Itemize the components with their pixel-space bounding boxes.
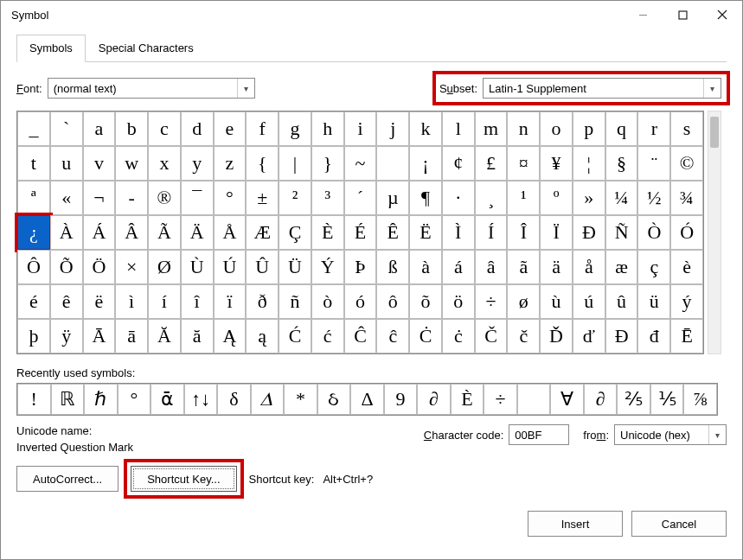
- symbol-cell[interactable]: y: [181, 146, 214, 181]
- symbol-cell[interactable]: Í: [475, 215, 508, 250]
- symbol-cell[interactable]: h: [311, 111, 344, 146]
- symbol-cell[interactable]: å: [573, 250, 605, 284]
- subset-combo[interactable]: Latin-1 Supplement ▾: [483, 78, 721, 99]
- symbol-cell[interactable]: þ: [17, 319, 50, 353]
- recent-symbol-cell[interactable]: ઠ: [317, 384, 351, 415]
- symbol-cell[interactable]: ø: [507, 284, 540, 319]
- symbol-cell[interactable]: Ď: [540, 319, 573, 353]
- symbol-cell[interactable]: ¬: [83, 181, 116, 215]
- symbol-cell[interactable]: ²: [279, 181, 311, 215]
- symbol-cell[interactable]: m: [475, 111, 508, 146]
- symbol-cell[interactable]: ¼: [605, 181, 638, 215]
- scrollbar-thumb[interactable]: [710, 117, 719, 148]
- symbol-cell[interactable]: `: [50, 111, 83, 146]
- symbol-cell[interactable]: Ü: [279, 250, 311, 284]
- symbol-cell[interactable]: ¡: [409, 146, 442, 181]
- symbol-cell[interactable]: õ: [409, 284, 442, 319]
- cancel-button[interactable]: Cancel: [631, 511, 727, 537]
- symbol-cell[interactable]: ó: [344, 284, 377, 319]
- symbol-cell[interactable]: c: [148, 111, 181, 146]
- recent-symbol-cell[interactable]: °: [118, 384, 151, 415]
- symbol-cell[interactable]: Ç: [279, 215, 311, 250]
- symbol-cell[interactable]: ą: [246, 319, 279, 353]
- recent-symbol-cell[interactable]: ∂: [417, 384, 451, 415]
- symbol-cell[interactable]: ö: [442, 284, 475, 319]
- insert-button[interactable]: Insert: [528, 511, 623, 537]
- symbol-cell[interactable]: ß: [376, 250, 409, 284]
- symbol-cell[interactable]: é: [17, 284, 50, 319]
- symbol-cell[interactable]: ½: [637, 181, 670, 215]
- recent-symbol-cell[interactable]: 9: [384, 384, 418, 415]
- symbol-cell[interactable]: ¨: [637, 146, 670, 181]
- charcode-input[interactable]: [509, 424, 569, 445]
- symbol-cell[interactable]: ï: [214, 284, 247, 319]
- symbol-cell[interactable]: t: [17, 146, 50, 181]
- symbol-cell[interactable]: Č: [475, 319, 508, 353]
- symbol-cell[interactable]: á: [442, 250, 475, 284]
- symbol-cell[interactable]: ä: [540, 250, 573, 284]
- recent-symbols-grid[interactable]: !ℝℏ°ᾱ↑↓δ𝛥*ઠΔ9∂È÷∀∂⅖⅕⅞: [16, 383, 718, 416]
- symbol-cell[interactable]: Æ: [246, 215, 279, 250]
- symbol-cell[interactable]: ¸: [475, 181, 508, 215]
- recent-symbol-cell[interactable]: 𝛥: [251, 384, 285, 415]
- symbol-cell[interactable]: À: [50, 215, 83, 250]
- symbol-cell[interactable]: °: [214, 181, 247, 215]
- symbol-cell[interactable]: Ý: [311, 250, 344, 284]
- symbol-cell[interactable]: a: [83, 111, 116, 146]
- symbol-cell[interactable]: -: [115, 181, 148, 215]
- symbol-cell[interactable]: ñ: [279, 284, 311, 319]
- symbol-cell[interactable]: ý: [670, 284, 703, 319]
- symbol-cell[interactable]: Î: [507, 215, 540, 250]
- symbol-cell[interactable]: ÷: [475, 284, 508, 319]
- recent-symbol-cell[interactable]: ⅖: [617, 384, 650, 415]
- symbol-cell[interactable]: Ć: [279, 319, 311, 353]
- symbol-cell[interactable]: ë: [83, 284, 116, 319]
- symbol-cell[interactable]: «: [50, 181, 83, 215]
- symbol-cell[interactable]: e: [214, 111, 247, 146]
- recent-symbol-cell[interactable]: [517, 384, 551, 415]
- symbol-cell[interactable]: ç: [637, 250, 670, 284]
- symbol-cell[interactable]: r: [637, 111, 670, 146]
- symbol-cell[interactable]: Ú: [214, 250, 247, 284]
- symbol-cell[interactable]: l: [442, 111, 475, 146]
- symbol-cell[interactable]: ©: [670, 146, 703, 181]
- tab-special-characters[interactable]: Special Characters: [86, 35, 207, 62]
- symbol-cell[interactable]: f: [246, 111, 279, 146]
- symbol-cell[interactable]: â: [475, 250, 508, 284]
- symbol-cell[interactable]: Þ: [344, 250, 377, 284]
- symbol-cell[interactable]: ď: [573, 319, 605, 353]
- symbol-cell[interactable]: ć: [311, 319, 344, 353]
- symbol-cell[interactable]: b: [115, 111, 148, 146]
- symbol-cell[interactable]: |: [279, 146, 311, 181]
- symbol-cell[interactable]: ê: [50, 284, 83, 319]
- symbol-cell[interactable]: Û: [246, 250, 279, 284]
- symbol-cell[interactable]: ü: [637, 284, 670, 319]
- shortcut-key-button[interactable]: Shortcut Key...: [131, 466, 236, 492]
- symbol-cell[interactable]: à: [409, 250, 442, 284]
- symbol-cell[interactable]: ă: [181, 319, 214, 353]
- symbol-cell[interactable]: Ð: [573, 215, 605, 250]
- symbol-cell[interactable]: Ô: [17, 250, 50, 284]
- symbol-cell[interactable]: Ò: [637, 215, 670, 250]
- symbol-cell[interactable]: ¶: [409, 181, 442, 215]
- recent-symbol-cell[interactable]: Δ: [350, 384, 384, 415]
- symbol-cell[interactable]: ò: [311, 284, 344, 319]
- minimize-button[interactable]: [623, 1, 663, 29]
- symbol-cell[interactable]: Ë: [409, 215, 442, 250]
- recent-symbol-cell[interactable]: ÷: [484, 384, 517, 415]
- symbol-cell[interactable]: i: [344, 111, 377, 146]
- recent-symbol-cell[interactable]: ∂: [584, 384, 618, 415]
- symbol-cell[interactable]: }: [311, 146, 344, 181]
- symbol-cell[interactable]: ¢: [442, 146, 475, 181]
- symbol-cell[interactable]: z: [214, 146, 247, 181]
- symbol-cell[interactable]: è: [670, 250, 703, 284]
- symbol-cell[interactable]: í: [148, 284, 181, 319]
- symbol-cell[interactable]: x: [148, 146, 181, 181]
- symbol-cell[interactable]: È: [311, 215, 344, 250]
- symbol-cell[interactable]: ª: [17, 181, 50, 215]
- recent-symbol-cell[interactable]: ⅕: [650, 384, 684, 415]
- symbol-cell[interactable]: ³: [311, 181, 344, 215]
- symbol-cell[interactable]: ù: [540, 284, 573, 319]
- symbol-cell[interactable]: Ă: [148, 319, 181, 353]
- symbol-cell[interactable]: Ó: [670, 215, 703, 250]
